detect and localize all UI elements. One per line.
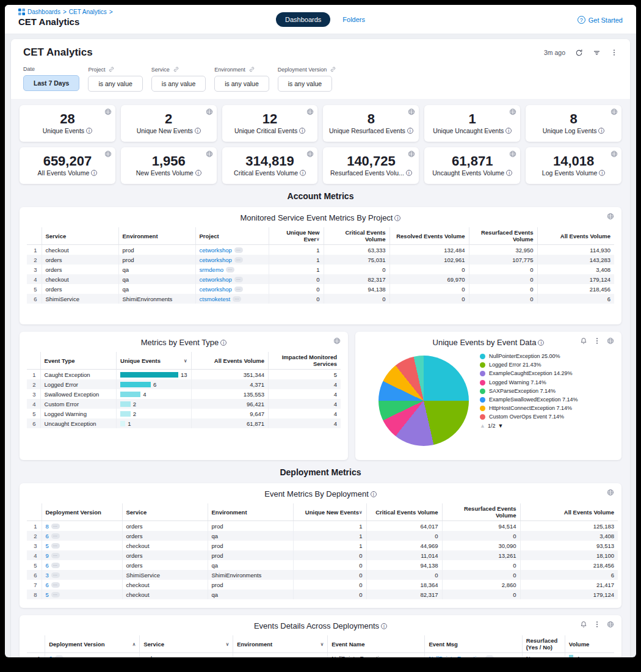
legend-item[interactable]: HttpHostConnectException 7.14% xyxy=(480,405,610,412)
info-icon[interactable]: i xyxy=(195,170,201,176)
info-icon[interactable]: i xyxy=(407,128,413,134)
page-up-icon[interactable]: ▲ xyxy=(480,423,485,429)
globe-icon[interactable] xyxy=(306,108,314,115)
tab-dashboards[interactable]: Dashboards xyxy=(276,12,330,27)
pie-chart[interactable] xyxy=(378,356,469,446)
cell-link[interactable]: NullPointerException xyxy=(429,655,482,658)
column-header-unique_new[interactable]: Unique New Events∨ xyxy=(293,503,366,521)
info-icon[interactable]: i xyxy=(506,170,512,176)
more-options-badge[interactable]: ⋯ xyxy=(485,656,494,658)
globe-icon[interactable] xyxy=(408,150,415,158)
cell-link[interactable]: 6 xyxy=(49,655,52,658)
info-icon[interactable]: i xyxy=(91,170,97,176)
cell-link[interactable]: cetworkshop xyxy=(200,276,232,283)
kebab-icon[interactable] xyxy=(593,337,601,345)
info-icon[interactable]: i xyxy=(538,340,544,346)
cell-link[interactable]: srmdemo xyxy=(200,266,224,273)
globe-icon[interactable] xyxy=(607,621,614,628)
more-options-badge[interactable]: ⋯ xyxy=(51,582,60,588)
globe-icon[interactable] xyxy=(607,489,614,496)
more-options-badge[interactable]: ⋯ xyxy=(55,656,63,658)
more-options-badge[interactable]: ⋯ xyxy=(234,257,243,263)
sort-desc-icon[interactable]: ∨ xyxy=(359,509,363,515)
info-icon[interactable]: i xyxy=(299,128,305,134)
cell-link[interactable]: 6 xyxy=(46,582,49,588)
bell-icon[interactable] xyxy=(580,337,587,345)
more-options-badge[interactable]: ⋯ xyxy=(234,287,243,292)
more-options-badge[interactable]: ⋯ xyxy=(51,553,60,558)
cell-link[interactable]: cetworkshop xyxy=(200,286,232,293)
legend-item[interactable]: Custom OverOps Event 7.14% xyxy=(480,414,610,421)
globe-icon[interactable] xyxy=(333,337,341,345)
info-icon[interactable]: i xyxy=(599,170,605,176)
more-options-badge[interactable]: ⋯ xyxy=(51,524,60,529)
refresh-icon[interactable] xyxy=(575,49,583,57)
sort-asc-icon[interactable]: ∧ xyxy=(132,641,136,647)
globe-icon[interactable] xyxy=(408,108,415,115)
info-icon[interactable]: i xyxy=(371,491,377,497)
sort-desc-icon[interactable]: ∨ xyxy=(316,236,320,242)
column-header-unique_new[interactable]: Unique New Ever∨ xyxy=(269,227,324,245)
cell-link[interactable]: 5 xyxy=(46,591,49,598)
column-header-version[interactable]: Deployment Version∧ xyxy=(45,635,140,653)
filter-value-chip[interactable]: Last 7 Days xyxy=(23,75,79,91)
globe-icon[interactable] xyxy=(607,213,614,220)
sort-desc-icon[interactable]: ∨ xyxy=(226,641,230,647)
legend-item[interactable]: ExampleCaughtException 14.29% xyxy=(480,370,610,378)
bell-icon[interactable] xyxy=(580,621,587,628)
info-icon[interactable]: i xyxy=(505,128,512,134)
legend-item[interactable]: ExampleSwallowedException 7.14% xyxy=(480,396,610,404)
globe-icon[interactable] xyxy=(610,150,618,158)
kebab-menu-icon[interactable] xyxy=(610,49,618,56)
more-options-badge[interactable]: ⋯ xyxy=(51,533,60,539)
info-icon[interactable]: i xyxy=(394,215,400,221)
globe-icon[interactable] xyxy=(104,150,112,158)
kebab-icon[interactable] xyxy=(593,621,601,628)
globe-icon[interactable] xyxy=(509,150,516,158)
page-down-icon[interactable]: ▼ xyxy=(498,423,503,429)
more-options-badge[interactable]: ⋯ xyxy=(51,592,60,597)
more-options-badge[interactable]: ⋯ xyxy=(226,267,234,272)
globe-icon[interactable] xyxy=(509,108,516,115)
legend-item[interactable]: Logged Warning 7.14% xyxy=(480,379,610,387)
info-icon[interactable]: i xyxy=(220,340,226,346)
more-options-badge[interactable]: ⋯ xyxy=(51,563,60,568)
more-options-badge[interactable]: ⋯ xyxy=(233,296,241,302)
more-options-badge[interactable]: ⋯ xyxy=(234,277,243,282)
breadcrumb-dashboards[interactable]: Dashboards xyxy=(27,9,60,15)
column-header-environment[interactable]: Environment∨ xyxy=(233,635,328,653)
legend-item[interactable]: Logged Error 21.43% xyxy=(480,362,610,369)
info-icon[interactable]: i xyxy=(86,128,92,134)
globe-icon[interactable] xyxy=(607,337,614,345)
globe-icon[interactable] xyxy=(206,150,213,158)
filter-value-chip[interactable]: is any value xyxy=(88,76,142,92)
cell-link[interactable]: 6 xyxy=(46,562,49,569)
more-options-badge[interactable]: ⋯ xyxy=(51,572,60,578)
sort-desc-icon[interactable]: ∨ xyxy=(320,641,324,647)
sort-desc-icon[interactable]: ∨ xyxy=(184,358,187,363)
more-options-badge[interactable]: ⋯ xyxy=(51,543,60,549)
breadcrumb-current[interactable]: CET Analytics xyxy=(69,9,107,15)
globe-icon[interactable] xyxy=(206,108,213,115)
column-header-service[interactable]: Service∨ xyxy=(140,635,233,653)
cell-link[interactable]: cetworkshop xyxy=(200,257,232,263)
cell-link[interactable]: 5 xyxy=(46,542,49,549)
info-icon[interactable]: i xyxy=(598,128,604,134)
more-options-badge[interactable]: ⋯ xyxy=(234,247,243,253)
tab-folders[interactable]: Folders xyxy=(342,16,365,23)
filter-icon[interactable] xyxy=(593,49,601,57)
info-icon[interactable]: i xyxy=(195,128,201,134)
info-icon[interactable]: i xyxy=(381,623,387,629)
cell-link[interactable]: 8 xyxy=(46,523,49,530)
cell-link[interactable]: ctsmoketest xyxy=(200,296,231,302)
filter-value-chip[interactable]: is any value xyxy=(151,76,206,92)
legend-item[interactable]: NullPointerException 25.00% xyxy=(480,353,610,360)
cell-link[interactable]: cetworkshop xyxy=(200,247,232,254)
globe-icon[interactable] xyxy=(306,150,314,158)
globe-icon[interactable] xyxy=(610,108,618,115)
filter-value-chip[interactable]: is any value xyxy=(278,76,332,92)
info-icon[interactable]: i xyxy=(300,170,306,176)
get-started-link[interactable]: ? Get Started xyxy=(578,16,623,24)
column-header-unique[interactable]: Unique Events∨ xyxy=(117,352,191,370)
legend-item[interactable]: SAXParseException 7.14% xyxy=(480,388,610,395)
